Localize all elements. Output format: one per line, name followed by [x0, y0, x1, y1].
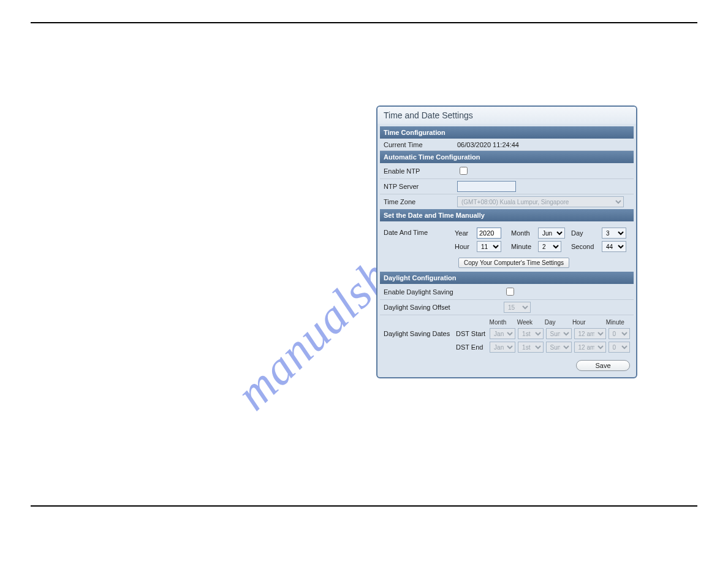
ntp-server-input[interactable] [457, 181, 516, 192]
enable-ntp-checkbox[interactable] [460, 167, 468, 175]
row-daylight-dates: Month Week Day Hour Minute Daylight Savi… [380, 315, 634, 356]
dst-start-month-select[interactable]: Jan [490, 328, 515, 339]
dst-end-day-select[interactable]: Sun [546, 342, 572, 353]
col-minute: Minute [606, 319, 630, 326]
row-save: Save [380, 356, 634, 375]
month-select[interactable]: Jun [538, 228, 565, 239]
section-manual-time: Set the Date and Time Manually Date And … [380, 209, 634, 272]
section-daylight: Daylight Configuration Enable Daylight S… [380, 272, 634, 356]
time-row: Hour 11 Minute 2 Second 44 [451, 240, 630, 253]
date-time-grid: Year Month Jun Day 3 Hour 11 Minute 2 Se… [451, 226, 630, 253]
daylight-dates-label: Daylight Saving Dates [384, 330, 456, 337]
col-hour: Hour [572, 319, 606, 326]
section-header-manual-time: Set the Date and Time Manually [380, 209, 634, 221]
minute-label: Minute [511, 243, 531, 250]
save-button[interactable]: Save [576, 360, 630, 371]
daylight-columns-header: Month Week Day Hour Minute [380, 319, 634, 327]
horizontal-rule-top [31, 22, 697, 23]
copy-computer-time-button[interactable]: Copy Your Computer's Time Settings [458, 258, 569, 268]
dst-end-month-select[interactable]: Jan [490, 342, 515, 353]
row-copy-button: Copy Your Computer's Time Settings [380, 255, 634, 272]
ntp-server-label: NTP Server [384, 183, 457, 190]
dst-end-minute-select[interactable]: 0 [609, 342, 631, 353]
dst-end-week-select[interactable]: 1st [518, 342, 543, 353]
timezone-label: Time Zone [384, 198, 457, 205]
date-row: Year Month Jun Day 3 [451, 226, 630, 240]
enable-daylight-label: Enable Daylight Saving [384, 288, 504, 296]
section-time-config: Time Configuration Current Time 06/03/20… [380, 126, 634, 151]
panel-body: Time Configuration Current Time 06/03/20… [377, 124, 636, 377]
row-dst-end: DST End Jan 1st Sun 12 am 0 [380, 340, 634, 356]
dst-start-minute-select[interactable]: 0 [609, 328, 631, 339]
row-date-and-time: Date And Time Year Month Jun Day 3 Hour … [380, 221, 634, 255]
col-day: Day [545, 319, 572, 326]
row-daylight-offset: Daylight Saving Offset 15 [380, 300, 634, 315]
month-label: Month [511, 229, 530, 237]
second-select[interactable]: 44 [602, 241, 626, 252]
col-month: Month [490, 319, 517, 326]
hour-select[interactable]: 11 [477, 241, 501, 252]
dst-start-day-select[interactable]: Sun [546, 328, 572, 339]
row-enable-daylight: Enable Daylight Saving [380, 284, 634, 300]
second-label: Second [571, 243, 594, 250]
row-dst-start: Daylight Saving Dates DST Start Jan 1st … [380, 327, 634, 340]
date-and-time-label: Date And Time [384, 226, 451, 236]
time-date-settings-panel: Time and Date Settings Time Configuratio… [376, 105, 637, 378]
enable-ntp-label: Enable NTP [384, 167, 457, 175]
dst-start-week-select[interactable]: 1st [518, 328, 543, 339]
day-label: Day [571, 229, 583, 237]
row-current-time: Current Time 06/03/2020 11:24:44 [380, 139, 634, 151]
panel-title: Time and Date Settings [377, 107, 636, 124]
year-input[interactable] [477, 228, 501, 239]
section-header-time-config: Time Configuration [380, 126, 634, 139]
dst-start-hour-select[interactable]: 12 am [574, 328, 606, 339]
current-time-label: Current Time [384, 141, 457, 148]
current-time-value: 06/03/2020 11:24:44 [457, 141, 519, 148]
dst-end-label: DST End [456, 343, 490, 351]
year-label: Year [455, 229, 468, 237]
enable-daylight-checkbox[interactable] [506, 288, 514, 296]
dst-end-hour-select[interactable]: 12 am [574, 342, 606, 353]
hour-label: Hour [455, 243, 469, 250]
row-ntp-server: NTP Server [380, 179, 634, 194]
day-select[interactable]: 3 [602, 228, 626, 239]
section-auto-time: Automatic Time Configuration Enable NTP … [380, 151, 634, 209]
horizontal-rule-bottom [31, 505, 697, 507]
section-header-auto-time: Automatic Time Configuration [380, 151, 634, 163]
col-week: Week [517, 319, 545, 326]
row-enable-ntp: Enable NTP [380, 163, 634, 179]
row-timezone: Time Zone (GMT+08:00) Kuala Lumpur, Sing… [380, 194, 634, 209]
dst-start-label: DST Start [456, 330, 490, 337]
daylight-offset-select[interactable]: 15 [504, 302, 531, 313]
daylight-offset-label: Daylight Saving Offset [384, 304, 504, 311]
section-header-daylight: Daylight Configuration [380, 272, 634, 284]
timezone-select[interactable]: (GMT+08:00) Kuala Lumpur, Singapore [457, 196, 624, 207]
minute-select[interactable]: 2 [538, 241, 561, 252]
